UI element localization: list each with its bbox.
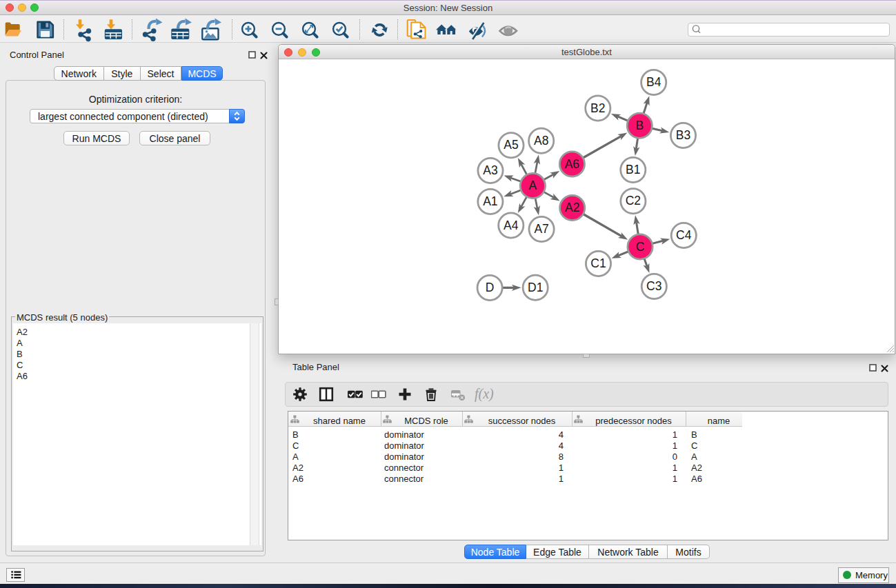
svg-text:B1: B1 [626, 163, 640, 176]
svg-text:A8: A8 [534, 134, 548, 148]
svg-text:C: C [636, 240, 645, 254]
svg-text:B: B [635, 119, 644, 132]
svg-text:A1: A1 [483, 194, 497, 208]
svg-text:C3: C3 [646, 279, 661, 293]
svg-text:B2: B2 [590, 101, 605, 115]
svg-text:C2: C2 [626, 194, 641, 207]
svg-text:A5: A5 [504, 138, 518, 152]
svg-text:A3: A3 [483, 163, 497, 177]
svg-text:C4: C4 [676, 228, 692, 242]
svg-text:C1: C1 [590, 256, 606, 270]
svg-text:B3: B3 [676, 128, 690, 142]
svg-text:D1: D1 [528, 281, 543, 294]
svg-text:B4: B4 [646, 75, 661, 89]
svg-text:A4: A4 [504, 219, 519, 232]
svg-text:A7: A7 [534, 222, 548, 236]
svg-text:A: A [529, 179, 537, 192]
svg-text:D: D [486, 281, 495, 294]
svg-text:A6: A6 [565, 157, 579, 171]
svg-text:A2: A2 [565, 201, 579, 214]
